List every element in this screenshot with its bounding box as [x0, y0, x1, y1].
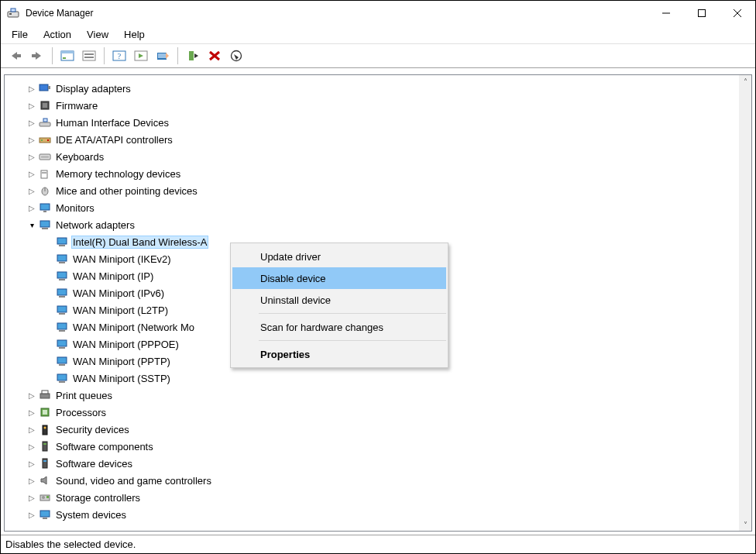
printer-icon [39, 389, 51, 401]
memory-icon [39, 167, 51, 180]
expand-icon[interactable]: ▷ [26, 119, 37, 127]
svg-rect-42 [57, 289, 67, 295]
svg-rect-22 [43, 119, 47, 122]
category-memtech[interactable]: ▷ Memory technology devices [5, 165, 739, 182]
expand-icon[interactable]: ▷ [26, 102, 37, 110]
uninstall-device-button[interactable] [226, 46, 246, 66]
ctx-update-driver[interactable]: Update driver [232, 246, 446, 267]
ctx-scan-hardware[interactable]: Scan for hardware changes [232, 316, 446, 338]
ctx-properties[interactable]: Properties [232, 343, 446, 365]
device-label: WAN Miniport (L2TP) [71, 304, 170, 317]
svg-point-59 [44, 427, 46, 429]
enable-device-button[interactable] [183, 46, 203, 66]
svg-rect-60 [43, 442, 47, 451]
network-adapter-icon [56, 372, 68, 384]
category-ide[interactable]: ▷ IDE ATA/ATAPI controllers [5, 131, 739, 148]
category-label: Print queues [54, 389, 114, 402]
category-system-devices[interactable]: ▷ System devices [5, 506, 739, 523]
svg-rect-25 [47, 139, 49, 141]
expand-icon[interactable]: ▷ [26, 408, 37, 417]
category-label: Sound, video and game controllers [54, 474, 213, 487]
category-storage-controllers[interactable]: ▷ Storage controllers [5, 489, 739, 506]
toolbar: ? [1, 43, 755, 68]
category-label: Keyboards [54, 150, 105, 163]
expand-icon[interactable]: ▷ [26, 442, 37, 451]
category-label: Mice and other pointing devices [54, 184, 199, 198]
category-sound-video[interactable]: ▷ Sound, video and game controllers [5, 472, 739, 489]
category-print-queues[interactable]: ▷ Print queues [5, 387, 739, 404]
menu-help[interactable]: Help [116, 27, 153, 42]
svg-rect-29 [42, 172, 46, 174]
collapse-icon[interactable]: ▾ [26, 221, 37, 229]
category-firmware[interactable]: ▷ Firmware [5, 97, 739, 114]
category-security-devices[interactable]: ▷ Security devices [5, 421, 739, 438]
expand-icon[interactable]: ▷ [26, 425, 37, 434]
expand-icon[interactable]: ▷ [26, 494, 37, 502]
expand-icon[interactable]: ▷ [26, 136, 37, 144]
vertical-scrollbar[interactable]: ˄ ˅ [739, 75, 751, 531]
properties-button[interactable] [79, 46, 99, 66]
device-wan-sstp[interactable]: WAN Miniport (SSTP) [5, 370, 739, 387]
category-network-adapters[interactable]: ▾ Network adapters [5, 216, 739, 233]
expand-icon[interactable]: ▷ [26, 459, 37, 468]
scroll-track[interactable] [739, 88, 751, 518]
svg-rect-1 [9, 13, 12, 15]
action-button[interactable] [131, 46, 151, 66]
expand-icon[interactable]: ▷ [26, 511, 37, 519]
disable-device-button[interactable] [204, 46, 225, 66]
network-adapter-icon [56, 321, 68, 333]
network-adapter-icon [56, 253, 68, 265]
scroll-up-icon[interactable]: ˄ [739, 75, 751, 88]
expand-icon[interactable]: ▷ [26, 84, 37, 93]
category-processors[interactable]: ▷ Processors [5, 404, 739, 421]
expand-icon[interactable]: ▷ [26, 477, 37, 485]
svg-rect-9 [84, 57, 94, 58]
menu-view[interactable]: View [79, 27, 116, 42]
category-monitors[interactable]: ▷ Monitors [5, 199, 739, 216]
show-hide-console-tree-button[interactable] [57, 46, 77, 66]
menu-action[interactable]: Action [36, 27, 79, 42]
expand-icon[interactable]: ▷ [26, 187, 37, 195]
category-software-devices[interactable]: ▷ Software devices [5, 455, 739, 472]
svg-rect-44 [57, 306, 67, 312]
scroll-down-icon[interactable]: ˅ [739, 518, 751, 531]
software-component-icon [39, 440, 51, 452]
forward-button[interactable] [27, 46, 47, 66]
svg-rect-54 [40, 394, 50, 398]
device-label: WAN Miniport (IPv6) [71, 287, 166, 300]
svg-rect-24 [41, 139, 43, 141]
software-device-icon [39, 457, 51, 470]
expand-icon[interactable]: ▷ [26, 170, 37, 178]
ctx-uninstall-device[interactable]: Uninstall device [232, 289, 446, 311]
category-mice[interactable]: ▷ Mice and other pointing devices [5, 182, 739, 199]
svg-rect-47 [59, 330, 65, 332]
maximize-button[interactable] [684, 1, 720, 25]
minimize-button[interactable] [648, 1, 684, 25]
menu-file[interactable]: File [4, 27, 36, 42]
svg-rect-15 [189, 51, 194, 60]
svg-rect-34 [40, 221, 50, 227]
svg-rect-48 [57, 340, 67, 346]
status-text: Disables the selected device. [5, 539, 136, 550]
network-adapter-icon [56, 355, 68, 367]
category-label: Monitors [54, 201, 96, 215]
back-button[interactable] [5, 46, 26, 66]
category-label: IDE ATA/ATAPI controllers [54, 133, 174, 146]
expand-icon[interactable]: ▷ [26, 153, 37, 161]
app-icon [7, 7, 19, 19]
category-display-adapters[interactable]: ▷ Display adapters [5, 80, 739, 97]
ctx-disable-device[interactable]: Disable device [232, 267, 446, 289]
expand-icon[interactable]: ▷ [26, 391, 37, 400]
svg-rect-37 [59, 245, 65, 246]
help-button[interactable]: ? [109, 46, 129, 66]
svg-rect-38 [57, 255, 67, 261]
svg-rect-67 [40, 511, 50, 517]
scan-hardware-button[interactable] [153, 46, 173, 66]
category-software-components[interactable]: ▷ Software components [5, 438, 739, 455]
category-keyboards[interactable]: ▷ Keyboards [5, 148, 739, 165]
category-hid[interactable]: ▷ Human Interface Devices [5, 114, 739, 131]
close-button[interactable] [720, 1, 755, 25]
menu-bar: File Action View Help [1, 25, 755, 43]
expand-icon[interactable]: ▷ [26, 204, 37, 212]
ide-icon [39, 133, 51, 146]
